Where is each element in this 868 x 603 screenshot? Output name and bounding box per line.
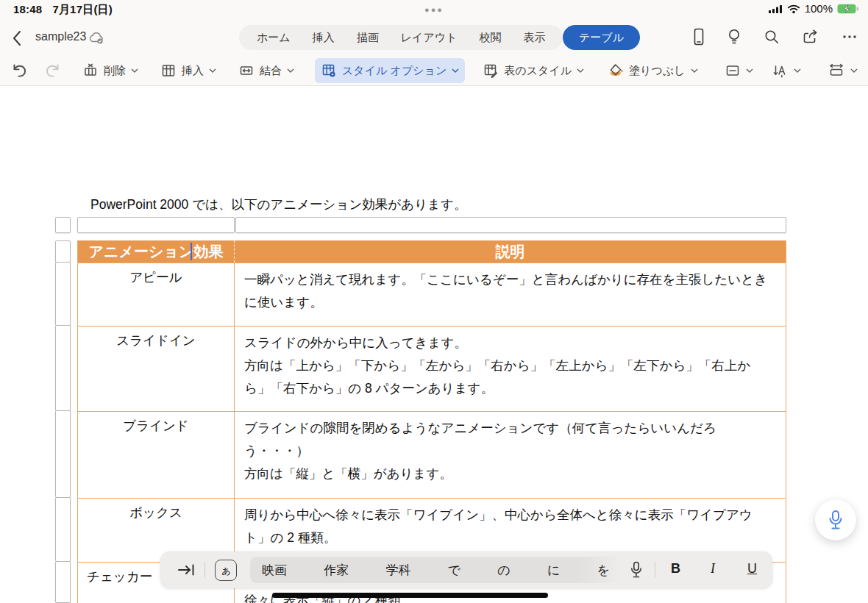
- cell-effect[interactable]: ブラインド: [78, 412, 235, 498]
- title-bar: sample23 ホーム 挿入 描画 レイアウト 校閲 表示 テーブル: [0, 22, 868, 54]
- tab-table[interactable]: テーブル: [563, 25, 640, 50]
- table-ribbon: 削除 挿入 結合 スタイル オプション 表のスタイル: [0, 56, 868, 85]
- share-icon[interactable]: [802, 29, 819, 45]
- chevron-down-icon: [794, 68, 801, 73]
- top-chrome: 18:48 7月17日(日) ●●● 100% sample23 ホーム 挿入 …: [0, 0, 868, 86]
- tab-key-icon[interactable]: [177, 563, 197, 577]
- shading-button[interactable]: 塗りつぶし: [602, 58, 703, 83]
- bold-icon[interactable]: B: [671, 561, 680, 577]
- header-cell-effect[interactable]: アニメーション効果: [78, 240, 235, 263]
- document-intro-paragraph[interactable]: PowerPoint 2000 では、以下のアニメーション効果があります。: [90, 196, 466, 213]
- suggestion-item[interactable]: 映画: [262, 562, 287, 579]
- table-styles-button[interactable]: 表のスタイル: [477, 58, 590, 83]
- style-options-button[interactable]: スタイル オプション: [315, 58, 465, 83]
- cell-effect[interactable]: スライドイン: [78, 327, 235, 411]
- table-header-row: アニメーション効果 説明: [78, 240, 786, 263]
- suggestion-item[interactable]: 作家: [324, 562, 349, 579]
- row-grip-5[interactable]: [55, 561, 71, 603]
- tab-review[interactable]: 校閲: [479, 31, 501, 45]
- tab-home[interactable]: ホーム: [257, 31, 291, 45]
- status-drag-dots[interactable]: ●●●: [0, 5, 868, 14]
- ellipsis-icon[interactable]: [842, 29, 858, 45]
- redo-icon[interactable]: [44, 62, 62, 79]
- insert-table-icon: [160, 63, 177, 79]
- cell-effect[interactable]: アピール: [78, 263, 235, 326]
- status-bar: 18:48 7月17日(日) ●●● 100%: [0, 0, 868, 19]
- document-title[interactable]: sample23: [35, 30, 86, 43]
- row-grip-3[interactable]: [55, 410, 71, 498]
- delete-label: 削除: [104, 64, 126, 78]
- mic-icon[interactable]: [630, 561, 643, 579]
- phone-icon[interactable]: [693, 28, 705, 46]
- tab-layout[interactable]: レイアウト: [401, 31, 458, 45]
- tab-draw[interactable]: 描画: [357, 31, 379, 45]
- table-row: ブラインド ブラインドの隙間を閉めるようなアニメーションです（何て言ったらいいん…: [78, 411, 786, 498]
- table-row: アピール 一瞬パッと消えて現れます。「ここにいるぞー」と言わんばかりに存在を主張…: [78, 263, 786, 326]
- cell-description[interactable]: 一瞬パッと消えて現れます。「ここにいるぞー」と言わんばかりに存在を主張したいとき…: [235, 263, 786, 326]
- cell-size-button[interactable]: [822, 58, 864, 83]
- column-grip-1[interactable]: [77, 217, 235, 233]
- table-row: スライドイン スライドの外から中に入ってきます。 方向は「上から」「下から」「左…: [78, 326, 786, 411]
- shading-label: 塗りつぶし: [629, 64, 685, 78]
- row-grip-2[interactable]: [55, 325, 71, 411]
- merge-cells-icon: [238, 63, 255, 79]
- undo-icon[interactable]: [10, 62, 28, 79]
- column-grip-2[interactable]: [235, 217, 786, 233]
- fill-bucket-icon: [608, 63, 624, 79]
- header-cell-description[interactable]: 説明: [235, 240, 786, 263]
- cell-description[interactable]: ブラインドの隙間を閉めるようなアニメーションです（何て言ったらいいんだろう・・・…: [235, 412, 786, 498]
- kana-key[interactable]: ぁ: [215, 560, 237, 581]
- chevron-down-icon: [452, 68, 459, 73]
- divider: [655, 562, 655, 578]
- insert-label: 挿入: [182, 64, 204, 78]
- style-options-icon: [321, 63, 337, 79]
- text-direction-icon: [772, 63, 789, 79]
- insert-button[interactable]: 挿入: [154, 58, 222, 83]
- chevron-down-icon: [850, 68, 858, 73]
- row-grip-header[interactable]: [55, 240, 71, 263]
- suggestion-item[interactable]: の: [497, 562, 510, 579]
- borders-button[interactable]: [719, 58, 759, 83]
- search-icon[interactable]: [764, 29, 780, 45]
- suggestion-strip: 映画 作家 学科 で の に を: [250, 557, 622, 583]
- text-direction-button[interactable]: [766, 58, 807, 83]
- chevron-down-icon: [746, 68, 753, 73]
- divider: [204, 562, 205, 578]
- suggestion-item[interactable]: を: [597, 562, 610, 579]
- suggestion-item[interactable]: 学科: [385, 562, 410, 579]
- cell-size-icon: [828, 63, 845, 79]
- underline-icon[interactable]: U: [747, 561, 757, 577]
- dictation-fab[interactable]: [815, 499, 856, 540]
- ribbon-tab-strip: ホーム 挿入 描画 レイアウト 校閲 表示: [239, 25, 563, 50]
- merge-button[interactable]: 結合: [232, 58, 300, 83]
- chevron-down-icon: [209, 68, 216, 73]
- home-indicator[interactable]: [272, 593, 548, 598]
- wifi-icon: [787, 4, 800, 14]
- titlebar-icons: [693, 28, 858, 46]
- cloud-sync-check-icon: [88, 31, 106, 46]
- suggestion-item[interactable]: に: [547, 562, 560, 579]
- delete-button[interactable]: 削除: [77, 58, 144, 83]
- signal-bars-icon: [769, 4, 783, 14]
- battery-charging-icon: [837, 4, 859, 14]
- back-chevron-icon[interactable]: [12, 30, 21, 46]
- chevron-down-icon: [577, 68, 584, 73]
- delete-table-icon: [82, 63, 99, 79]
- lightbulb-icon[interactable]: [727, 28, 741, 46]
- chevron-down-icon: [691, 68, 698, 73]
- borders-icon: [725, 63, 741, 79]
- animation-effects-table: アニメーション効果 説明 アピール 一瞬パッと消えて現れます。「ここにいるぞー」…: [77, 240, 786, 603]
- tab-view[interactable]: 表示: [523, 31, 545, 45]
- style-options-label: スタイル オプション: [342, 64, 447, 78]
- app-window: 18:48 7月17日(日) ●●● 100% sample23 ホーム 挿入 …: [0, 0, 868, 603]
- italic-icon[interactable]: I: [711, 561, 715, 577]
- tab-insert[interactable]: 挿入: [313, 31, 335, 45]
- row-grip-1[interactable]: [55, 262, 71, 326]
- battery-percent: 100%: [805, 2, 833, 15]
- table-styles-icon: [483, 63, 499, 79]
- row-grip-4[interactable]: [55, 497, 71, 562]
- chevron-down-icon: [131, 68, 138, 73]
- cell-description[interactable]: スライドの外から中に入ってきます。 方向は「上から」「下から」「左から」「右から…: [235, 327, 786, 411]
- table-corner-grip[interactable]: [55, 217, 71, 233]
- suggestion-item[interactable]: で: [448, 562, 460, 579]
